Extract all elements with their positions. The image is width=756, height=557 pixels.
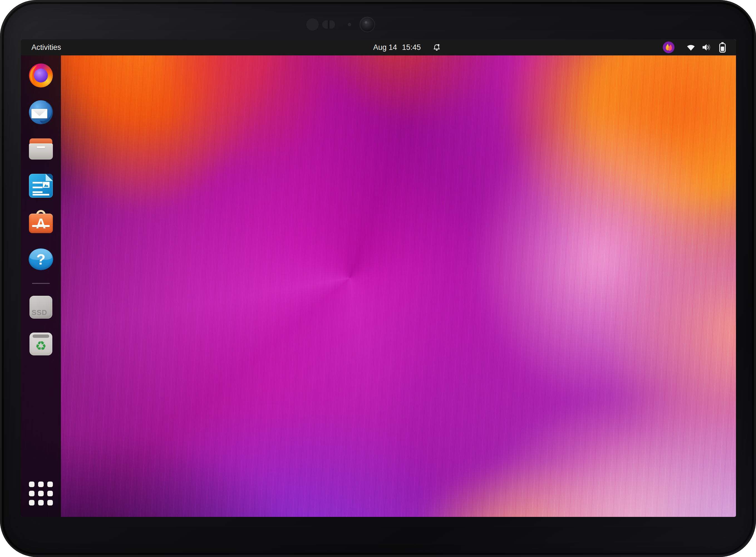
desktop-screen: Activities Aug 14 15:45 xyxy=(21,39,736,517)
clock-time: 15:45 xyxy=(402,43,421,52)
dock-item-ssd-drive[interactable]: SSD xyxy=(21,289,61,326)
dock: A ? SSD ♻ xyxy=(21,55,61,517)
ssd-drive-icon: SSD xyxy=(30,296,52,319)
trash-lid xyxy=(33,334,50,338)
grid-dot xyxy=(38,500,44,505)
grid-dot xyxy=(29,500,34,505)
front-camera-lens xyxy=(359,17,375,32)
wifi-icon xyxy=(686,43,696,51)
recycle-glyph: ♻ xyxy=(30,338,52,354)
firefox-icon xyxy=(29,63,53,87)
firefox-fox-swoosh xyxy=(29,63,53,87)
help-icon: ? xyxy=(29,248,53,270)
document-text-line-wide xyxy=(33,194,49,196)
dock-separator xyxy=(32,283,50,284)
document-text-lines xyxy=(33,182,42,194)
activities-button[interactable]: Activities xyxy=(21,39,67,55)
dock-item-files[interactable] xyxy=(21,130,61,167)
clock-date: Aug 14 xyxy=(373,43,397,52)
dock-item-ubuntu-software[interactable]: A xyxy=(21,204,61,241)
files-folder-icon xyxy=(29,137,53,161)
top-bar: Activities Aug 14 15:45 xyxy=(21,39,736,55)
thunderbird-icon xyxy=(29,100,53,124)
notification-bell-icon xyxy=(432,43,441,52)
dock-item-trash[interactable]: ♻ xyxy=(21,326,61,362)
ubuntu-software-icon: A xyxy=(29,210,53,234)
show-applications-button[interactable] xyxy=(21,477,61,510)
app-grid-icon xyxy=(29,481,53,505)
dock-item-help[interactable]: ? xyxy=(21,241,61,278)
volume-icon xyxy=(702,43,712,52)
grid-dot xyxy=(47,500,53,505)
bezel-sensor-pill xyxy=(322,20,335,29)
libreoffice-writer-icon xyxy=(29,174,53,198)
ssd-label: SSD xyxy=(31,308,47,317)
clock-button[interactable]: Aug 14 15:45 xyxy=(373,39,441,55)
grid-dot xyxy=(29,491,34,496)
system-tray[interactable] xyxy=(662,39,736,55)
grid-dot xyxy=(47,491,53,496)
grid-dot xyxy=(38,491,44,496)
dock-item-thunderbird[interactable] xyxy=(21,94,61,130)
question-mark-glyph: ? xyxy=(29,248,53,270)
dock-item-libreoffice-writer[interactable] xyxy=(21,167,61,204)
flame-indicator-icon xyxy=(662,41,675,54)
battery-icon xyxy=(719,42,726,53)
trash-icon: ♻ xyxy=(30,332,52,355)
folder-body xyxy=(29,143,53,159)
grid-dot xyxy=(38,481,44,487)
grid-dot xyxy=(47,481,53,487)
document-image-thumbnail xyxy=(43,182,50,188)
bezel-sensor-dot xyxy=(306,19,319,31)
bezel-indicator-dot xyxy=(348,23,351,26)
grid-dot xyxy=(29,481,34,487)
wallpaper-swirl-texture xyxy=(21,39,736,517)
briefcase-bar xyxy=(32,225,50,227)
tablet-device-frame: Activities Aug 14 15:45 xyxy=(0,0,756,557)
dock-separator-slot xyxy=(21,278,61,289)
desktop-wallpaper xyxy=(21,39,736,517)
software-letter-glyph: A xyxy=(29,214,53,233)
folder-handle xyxy=(37,146,45,148)
dock-item-firefox[interactable] xyxy=(21,57,61,94)
